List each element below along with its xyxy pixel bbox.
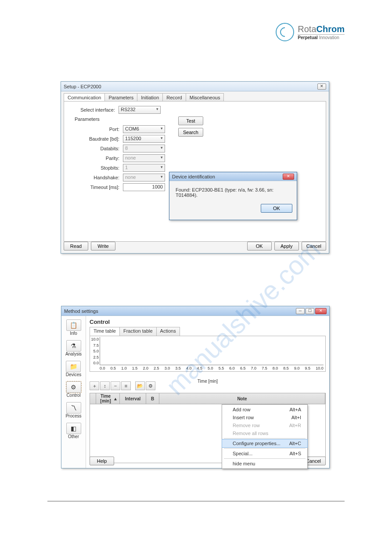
device-id-message: Found: ECP2300-BE1 (type: n/a, fw: 3.66,… <box>169 181 297 201</box>
maximize-icon[interactable]: ☐ <box>306 308 314 314</box>
timeout-label: Timeout [ms]: <box>75 185 123 190</box>
context-menu: Add rowAlt+A Insert rowAlt+I Remove rowA… <box>222 404 308 469</box>
menu-hide[interactable]: hide menu <box>222 460 307 468</box>
sidebar-label-analysis: Analysis <box>65 352 82 356</box>
sidebar-label-process: Process <box>65 414 81 418</box>
subtab-fractiontable[interactable]: Fraction table <box>119 327 157 336</box>
handshake-label: Handshake: <box>75 175 123 180</box>
sidebar-label-control: Control <box>66 393 80 398</box>
brand-name: RotaChrom <box>298 24 345 34</box>
setup-titlebar: Setup - ECP2000 ✕ <box>61 82 329 91</box>
menu-configure[interactable]: Configure properties...Alt+C <box>222 439 307 447</box>
chart-y-axis: 10.0 7.5 5.0 2.5 0.0 <box>91 337 99 365</box>
footer-rule <box>47 501 345 501</box>
tab-miscellaneous[interactable]: Miscellaneous <box>186 93 224 101</box>
chart-x-axis: 0.00.51.01.52.02.53.03.54.04.55.05.56.06… <box>100 366 324 370</box>
device-id-title: Device identification <box>172 174 215 179</box>
menu-remove-all: Remove all rows <box>222 429 307 437</box>
menu-insert-row[interactable]: Insert rowAlt+I <box>222 414 307 421</box>
control-icon: ⚙ <box>66 381 81 393</box>
setup-title: Setup - ECP2000 <box>64 84 101 89</box>
sidebar-label-devices: Devices <box>66 372 82 377</box>
tab-record[interactable]: Record <box>162 93 186 101</box>
close-icon[interactable]: ✕ <box>317 83 326 90</box>
subtab-actions[interactable]: Actions <box>156 327 180 336</box>
sidebar-item-other[interactable]: ◧ Other <box>65 422 82 440</box>
col-time[interactable]: Time [min] ▲ <box>96 393 120 404</box>
device-id-close-icon[interactable]: ✕ <box>283 174 294 180</box>
stopbits-label: Stopbits: <box>75 165 123 170</box>
setup-window: Setup - ECP2000 ✕ Communication Paramete… <box>61 81 329 254</box>
subtab-timetable[interactable]: Time table <box>90 327 120 336</box>
setup-cancel-button[interactable]: Cancel <box>302 242 326 250</box>
analysis-icon: ⚗ <box>66 340 81 352</box>
setup-tab-content: Select interface: RS232 Parameters Port:… <box>64 101 326 242</box>
handshake-dropdown: none <box>123 174 165 181</box>
device-id-dialog: Device identification ✕ Found: ECP2300-B… <box>169 172 297 220</box>
databits-label: Databits: <box>75 146 123 151</box>
method-settings-window: Method settings ─ ☐ ✕ 📋 Info ⚗ Analysis … <box>61 306 330 468</box>
interface-label: Select interface: <box>70 107 119 112</box>
tab-parameters[interactable]: Parameters <box>104 93 137 101</box>
help-button[interactable]: Help <box>90 457 114 465</box>
col-note[interactable]: Note <box>159 393 325 404</box>
col-interval[interactable]: Interval <box>120 393 146 404</box>
brand-tagline: Perpetual Innovation <box>298 34 345 40</box>
main-panel: Control Time table Fraction table Action… <box>86 316 329 468</box>
baud-label: Baudrate [bd]: <box>75 136 123 141</box>
sidebar-item-devices[interactable]: 📁 Devices <box>65 360 83 378</box>
col-b[interactable]: B <box>146 393 159 404</box>
setup-ok-button[interactable]: OK <box>247 242 272 250</box>
info-icon: 📋 <box>66 319 81 331</box>
menu-remove-row: Remove rowAlt+R <box>222 421 307 429</box>
test-button[interactable]: Test <box>178 116 203 125</box>
grid-header: Time [min] ▲ Interval B Note <box>90 393 326 404</box>
read-button[interactable]: Read <box>64 242 88 250</box>
databits-dropdown: 8 <box>123 145 165 152</box>
tab-communication[interactable]: Communication <box>64 93 105 101</box>
process-icon: 〽 <box>66 402 81 414</box>
sidebar-item-analysis[interactable]: ⚗ Analysis <box>65 339 83 357</box>
method-close-icon[interactable]: ✕ <box>315 308 327 314</box>
timeout-input[interactable]: 1000 <box>123 183 165 191</box>
port-label: Port: <box>75 127 123 132</box>
brand-logo: RotaChrom Perpetual Innovation <box>276 23 345 41</box>
port-dropdown[interactable]: COM6 <box>123 125 165 133</box>
sidebar-item-info[interactable]: 📋 Info <box>65 319 82 337</box>
parity-dropdown: none <box>123 154 165 162</box>
interface-dropdown[interactable]: RS232 <box>119 106 161 114</box>
panel-title: Control <box>90 319 326 325</box>
stopbits-dropdown: 1 <box>123 164 165 172</box>
device-id-ok-button[interactable]: OK <box>261 204 292 213</box>
devices-icon: 📁 <box>66 361 81 372</box>
sort-icon: ▲ <box>113 396 118 401</box>
write-button[interactable]: Write <box>91 242 115 250</box>
apply-button[interactable]: Apply <box>274 242 299 250</box>
logo-icon <box>276 23 294 41</box>
time-chart: 10.0 7.5 5.0 2.5 0.0 0.00.51.01.52.02.53… <box>90 336 326 372</box>
sidebar-label-info: Info <box>70 331 77 336</box>
tab-initiation[interactable]: Initiation <box>137 93 163 101</box>
other-icon: ◧ <box>66 423 81 434</box>
sidebar-item-control[interactable]: ⚙ Control <box>65 381 82 399</box>
parity-label: Parity: <box>75 156 123 161</box>
menu-special[interactable]: Special...Alt+S <box>222 450 307 457</box>
sidebar: 📋 Info ⚗ Analysis 📁 Devices ⚙ Control 〽 … <box>61 316 86 468</box>
sidebar-label-other: Other <box>68 434 79 439</box>
search-button[interactable]: Search <box>178 128 203 137</box>
sidebar-item-process[interactable]: 〽 Process <box>65 401 82 419</box>
method-settings-title: Method settings <box>64 308 98 314</box>
grid-body[interactable]: Add rowAlt+A Insert rowAlt+I Remove rowA… <box>90 404 326 463</box>
menu-add-row[interactable]: Add rowAlt+A <box>222 406 307 414</box>
chart-xlabel: Time [min] <box>90 379 326 384</box>
minimize-icon[interactable]: ─ <box>296 308 305 314</box>
setup-tabstrip: Communication Parameters Initiation Reco… <box>61 91 329 101</box>
baud-dropdown[interactable]: 115200 <box>123 135 165 143</box>
